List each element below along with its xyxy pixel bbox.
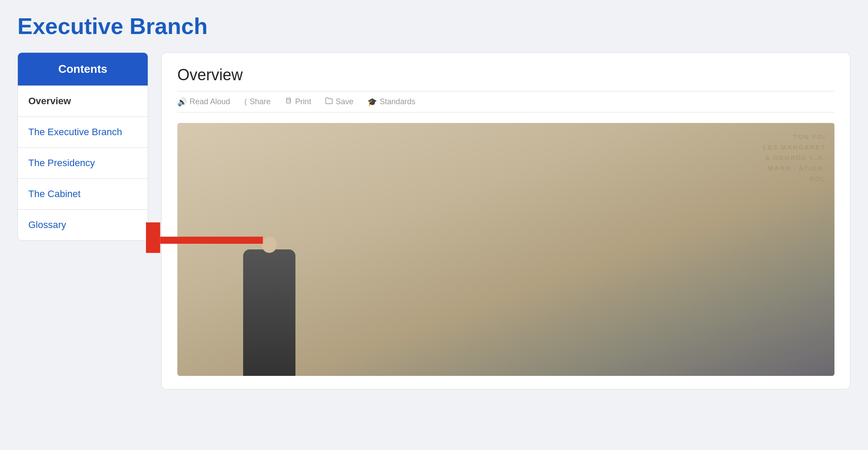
sidebar-item-label: The Cabinet	[28, 188, 81, 199]
print-icon	[285, 97, 292, 107]
toolbar-standards[interactable]: 🎓 Standards	[367, 97, 415, 107]
sidebar-item-label: The Presidency	[28, 157, 95, 168]
sidebar: Contents Overview The Executive Branch T…	[17, 52, 148, 241]
standards-icon: 🎓	[367, 97, 377, 107]
sidebar-item-overview[interactable]: Overview	[18, 85, 148, 116]
sidebar-section: Contents Overview The Executive Branch T…	[17, 52, 148, 241]
sidebar-item-cabinet[interactable]: The Cabinet	[18, 178, 148, 209]
share-icon: ⟨	[244, 97, 247, 107]
read-aloud-icon: 🔊	[177, 97, 187, 107]
sidebar-item-label: Overview	[28, 95, 71, 106]
toolbar-read-aloud[interactable]: 🔊 Read Aloud	[177, 97, 230, 107]
presidents-photo: TON FOI LES MARGARET & GEORGE L.A. MARR …	[177, 123, 834, 376]
toolbar-label: Read Aloud	[190, 97, 230, 106]
sidebar-item-executive-branch[interactable]: The Executive Branch	[18, 116, 148, 147]
sidebar-item-glossary[interactable]: Glossary	[18, 209, 148, 240]
sidebar-item-label: The Executive Branch	[28, 126, 122, 137]
content-title: Overview	[177, 66, 834, 84]
toolbar: 🔊 Read Aloud ⟨ Share Print	[177, 91, 834, 112]
sidebar-header: Contents	[18, 53, 148, 85]
svg-rect-2	[287, 100, 291, 103]
toolbar-print[interactable]: Print	[285, 97, 311, 107]
toolbar-save[interactable]: Save	[325, 97, 353, 107]
toolbar-label: Print	[295, 97, 311, 106]
toolbar-label: Share	[250, 97, 271, 106]
toolbar-share[interactable]: ⟨ Share	[244, 97, 271, 107]
sidebar-item-presidency[interactable]: The Presidency	[18, 147, 148, 178]
figures-row	[177, 161, 834, 376]
svg-point-3	[290, 101, 291, 102]
page-title: Executive Branch	[17, 13, 851, 39]
sidebar-item-label: Glossary	[28, 219, 66, 230]
save-icon	[325, 97, 333, 107]
toolbar-label: Standards	[380, 97, 415, 106]
toolbar-label: Save	[336, 97, 353, 106]
content-panel: Overview 🔊 Read Aloud ⟨ Share Prin	[161, 52, 851, 389]
